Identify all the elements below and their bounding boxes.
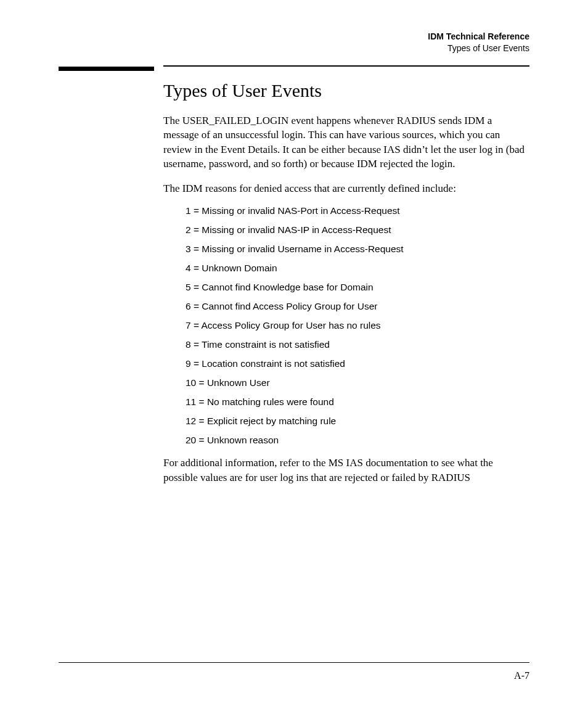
list-item: 20 = Unknown reason	[186, 435, 529, 446]
running-head: IDM Technical Reference Types of User Ev…	[59, 31, 529, 54]
paragraph-3: For additional information, refer to the…	[163, 456, 529, 485]
list-item: 3 = Missing or invalid Username in Acces…	[186, 244, 529, 255]
list-item: 10 = Unknown User	[186, 377, 529, 388]
list-item: 5 = Cannot find Knowledge base for Domai…	[186, 282, 529, 293]
footer-rule	[59, 662, 529, 663]
paragraph-2: The IDM reasons for denied access that a…	[163, 181, 529, 195]
list-item: 7 = Access Policy Group for User has no …	[186, 320, 529, 331]
paragraph-1: The USER_FAILED_LOGIN event happens when…	[163, 113, 529, 171]
content: Types of User Events The USER_FAILED_LOG…	[163, 65, 529, 485]
list-item: 12 = Explicit reject by matching rule	[186, 416, 529, 427]
side-rule	[59, 67, 154, 71]
list-item: 8 = Time constraint is not satisfied	[186, 339, 529, 350]
page: IDM Technical Reference Types of User Ev…	[0, 0, 588, 706]
list-item: 11 = No matching rules were found	[186, 396, 529, 408]
section-label: Types of User Events	[59, 43, 529, 54]
list-item: 6 = Cannot find Access Policy Group for …	[186, 301, 529, 312]
list-item: 4 = Unknown Domain	[186, 263, 529, 274]
list-item: 1 = Missing or invalid NAS-Port in Acces…	[186, 205, 529, 216]
page-number: A-7	[514, 670, 529, 681]
doc-title: IDM Technical Reference	[59, 31, 529, 43]
section-title: Types of User Events	[163, 80, 529, 101]
list-item: 9 = Location constraint is not satisfied	[186, 358, 529, 369]
list-item: 2 = Missing or invalid NAS-IP in Access-…	[186, 224, 529, 236]
reason-list: 1 = Missing or invalid NAS-Port in Acces…	[186, 205, 529, 446]
